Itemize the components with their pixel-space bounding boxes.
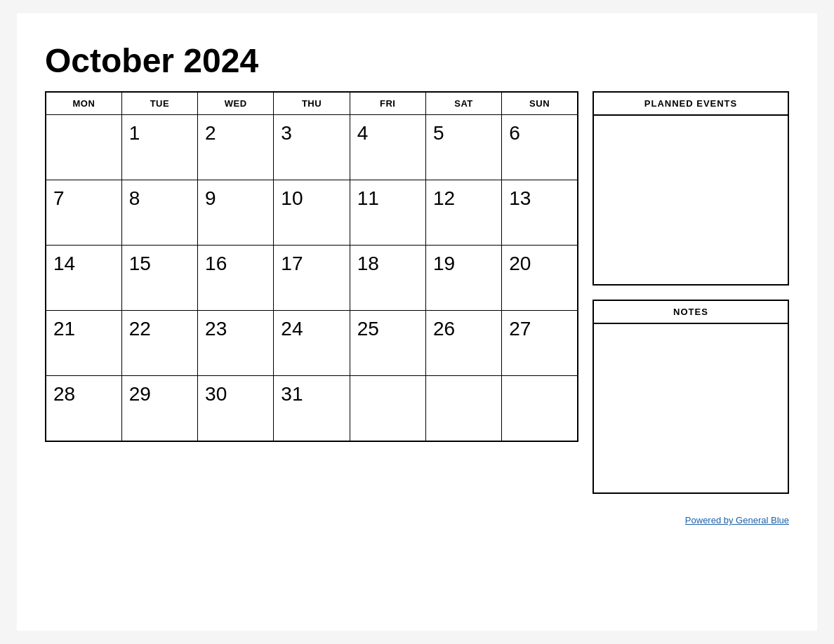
calendar-day <box>46 115 121 180</box>
calendar-day: 2 <box>198 115 274 180</box>
calendar-day: 21 <box>46 311 121 376</box>
calendar-day: 5 <box>425 115 501 180</box>
notes-title: NOTES <box>594 301 788 324</box>
calendar-day <box>425 376 501 442</box>
planned-events-title: PLANNED EVENTS <box>594 93 788 116</box>
main-layout: MON TUE WED THU FRI SAT SUN 123456789101… <box>45 91 789 525</box>
header-wed: WED <box>198 92 274 115</box>
calendar-day: 25 <box>350 311 425 376</box>
calendar-day: 20 <box>502 246 578 311</box>
calendar-header-row: MON TUE WED THU FRI SAT SUN <box>46 92 578 115</box>
calendar-day: 8 <box>121 180 197 246</box>
calendar-day: 30 <box>198 376 274 442</box>
calendar-day: 27 <box>502 311 578 376</box>
calendar-day: 7 <box>46 180 121 246</box>
powered-by-section: Powered by General Blue <box>593 515 789 525</box>
calendar-day: 11 <box>350 180 425 246</box>
calendar-day: 28 <box>46 376 121 442</box>
calendar-day: 26 <box>425 311 501 376</box>
calendar-day: 14 <box>46 246 121 311</box>
calendar-day: 23 <box>198 311 274 376</box>
calendar-day: 24 <box>274 311 350 376</box>
header-fri: FRI <box>350 92 425 115</box>
calendar-day: 12 <box>425 180 501 246</box>
header-sat: SAT <box>425 92 501 115</box>
calendar-week-2: 78910111213 <box>46 180 578 246</box>
calendar-day: 10 <box>274 180 350 246</box>
header-sun: SUN <box>502 92 578 115</box>
powered-by-link[interactable]: Powered by General Blue <box>685 515 789 525</box>
calendar-day: 6 <box>502 115 578 180</box>
calendar-section: MON TUE WED THU FRI SAT SUN 123456789101… <box>45 91 578 442</box>
calendar-day: 17 <box>274 246 350 311</box>
header-mon: MON <box>46 92 121 115</box>
sidebar: PLANNED EVENTS NOTES Powered by General … <box>593 91 789 525</box>
calendar-table: MON TUE WED THU FRI SAT SUN 123456789101… <box>45 91 578 442</box>
calendar-day: 16 <box>198 246 274 311</box>
calendar-day: 19 <box>425 246 501 311</box>
notes-box: NOTES <box>593 300 789 494</box>
calendar-day: 3 <box>274 115 350 180</box>
planned-events-box: PLANNED EVENTS <box>593 91 789 286</box>
notes-content <box>594 324 788 492</box>
calendar-week-4: 21222324252627 <box>46 311 578 376</box>
header-tue: TUE <box>121 92 197 115</box>
calendar-day: 22 <box>121 311 197 376</box>
calendar-day: 31 <box>274 376 350 442</box>
calendar-day: 1 <box>121 115 197 180</box>
calendar-week-1: 123456 <box>46 115 578 180</box>
calendar-day: 4 <box>350 115 425 180</box>
calendar-day <box>502 376 578 442</box>
calendar-week-5: 28293031 <box>46 376 578 442</box>
calendar-day: 15 <box>121 246 197 311</box>
calendar-day: 29 <box>121 376 197 442</box>
calendar-day <box>350 376 425 442</box>
calendar-week-3: 14151617181920 <box>46 246 578 311</box>
calendar-day: 13 <box>502 180 578 246</box>
month-title: October 2024 <box>45 41 789 80</box>
header-thu: THU <box>274 92 350 115</box>
planned-events-content <box>594 116 788 284</box>
calendar-page: October 2024 MON TUE WED THU FRI SAT SUN… <box>17 13 817 631</box>
calendar-day: 9 <box>198 180 274 246</box>
calendar-day: 18 <box>350 246 425 311</box>
